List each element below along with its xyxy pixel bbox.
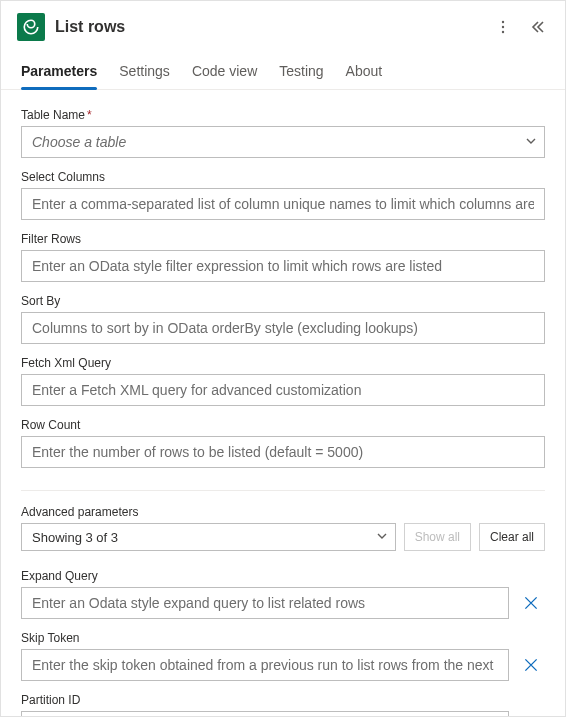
remove-skip-token-button[interactable]: [517, 651, 545, 679]
tab-settings[interactable]: Settings: [119, 57, 170, 89]
collapse-button[interactable]: [525, 15, 549, 39]
field-table-name: Table Name* Choose a table: [21, 108, 545, 158]
label-row-count: Row Count: [21, 418, 545, 432]
advanced-parameters-label: Advanced parameters: [21, 505, 545, 519]
required-indicator: *: [87, 108, 92, 122]
fetch-xml-input[interactable]: [21, 374, 545, 406]
panel-header: List rows: [1, 1, 565, 49]
remove-expand-query-button[interactable]: [517, 589, 545, 617]
skip-token-input[interactable]: [21, 649, 509, 681]
label-expand-query: Expand Query: [21, 569, 545, 583]
label-select-columns: Select Columns: [21, 170, 545, 184]
advanced-parameters-row: Showing 3 of 3 Show all Clear all: [21, 523, 545, 551]
expand-query-input[interactable]: [21, 587, 509, 619]
tab-bar: Parameters Settings Code view Testing Ab…: [1, 49, 565, 90]
tab-about[interactable]: About: [346, 57, 383, 89]
filter-rows-input[interactable]: [21, 250, 545, 282]
label-partition-id: Partition ID: [21, 693, 545, 707]
connector-icon: [17, 13, 45, 41]
label-table-name: Table Name*: [21, 108, 545, 122]
row-count-input[interactable]: [21, 436, 545, 468]
partition-id-input[interactable]: [21, 711, 509, 716]
more-options-button[interactable]: [491, 15, 515, 39]
label-skip-token: Skip Token: [21, 631, 545, 645]
field-partition-id: Partition ID: [21, 693, 545, 716]
field-expand-query: Expand Query: [21, 569, 545, 619]
field-skip-token: Skip Token: [21, 631, 545, 681]
field-filter-rows: Filter Rows: [21, 232, 545, 282]
field-select-columns: Select Columns: [21, 170, 545, 220]
show-all-button[interactable]: Show all: [404, 523, 471, 551]
list-rows-panel: List rows Parameters Settings Code view …: [0, 0, 566, 717]
sort-by-input[interactable]: [21, 312, 545, 344]
remove-partition-id-button[interactable]: [517, 713, 545, 716]
section-divider: [21, 490, 545, 491]
panel-title: List rows: [55, 18, 481, 36]
svg-point-2: [502, 31, 504, 33]
label-fetch-xml: Fetch Xml Query: [21, 356, 545, 370]
svg-point-1: [502, 26, 504, 28]
advanced-summary-select[interactable]: Showing 3 of 3: [21, 523, 396, 551]
parameters-content: Table Name* Choose a table Select Column…: [1, 90, 565, 716]
field-fetch-xml: Fetch Xml Query: [21, 356, 545, 406]
svg-point-0: [502, 21, 504, 23]
clear-all-button[interactable]: Clear all: [479, 523, 545, 551]
field-row-count: Row Count: [21, 418, 545, 468]
table-name-select[interactable]: Choose a table: [21, 126, 545, 158]
tab-parameters[interactable]: Parameters: [21, 57, 97, 89]
label-sort-by: Sort By: [21, 294, 545, 308]
select-columns-input[interactable]: [21, 188, 545, 220]
tab-testing[interactable]: Testing: [279, 57, 323, 89]
tab-code-view[interactable]: Code view: [192, 57, 257, 89]
label-filter-rows: Filter Rows: [21, 232, 545, 246]
header-actions: [491, 15, 549, 39]
field-sort-by: Sort By: [21, 294, 545, 344]
